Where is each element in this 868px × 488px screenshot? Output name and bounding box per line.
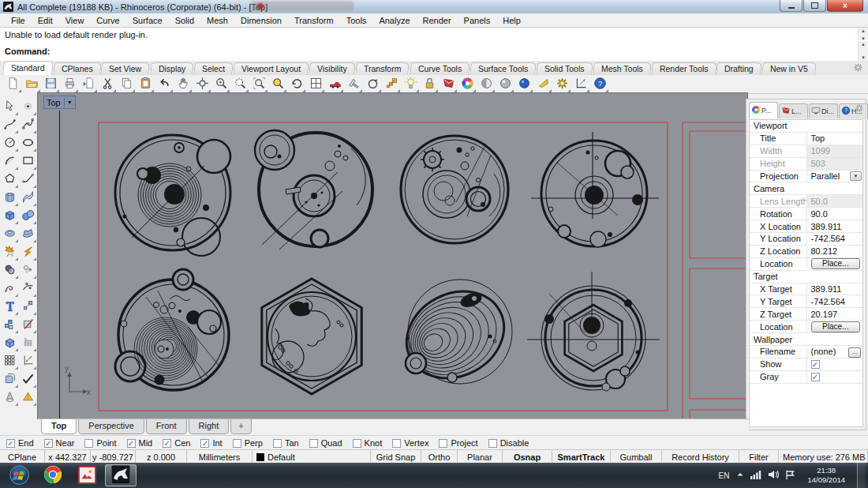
box-button[interactable] — [0, 207, 19, 225]
toolbar-tab-drafting[interactable]: Drafting — [716, 62, 762, 75]
prop-value-text[interactable]: -742.564 — [811, 297, 845, 306]
menu-help[interactable]: Help — [496, 15, 527, 26]
hook-curve-button[interactable] — [0, 280, 19, 298]
menu-edit[interactable]: Edit — [32, 15, 59, 26]
zoom-button[interactable] — [211, 75, 230, 93]
render-shaded-button[interactable] — [496, 75, 514, 93]
toolbar-tab-curve-tools[interactable]: Curve Tools — [410, 62, 470, 75]
language-indicator[interactable]: EN — [719, 471, 730, 480]
toolbar-tab-set-view[interactable]: Set View — [100, 62, 150, 75]
save-button[interactable] — [41, 75, 60, 93]
prop-value-text[interactable]: 90.0 — [811, 209, 828, 219]
status-filter[interactable]: Filter — [739, 450, 779, 464]
named-view-button[interactable] — [344, 75, 363, 93]
design-5[interactable] — [115, 269, 229, 390]
ellipse-button[interactable] — [18, 134, 37, 152]
osnap-end[interactable]: End — [6, 438, 34, 448]
panel-settings-gear-icon[interactable] — [855, 103, 864, 114]
osnap-tan-checkbox[interactable] — [273, 439, 282, 448]
show-desktop-button[interactable] — [857, 463, 865, 488]
toolbar-tab-new-in-v5[interactable]: New in V5 — [761, 62, 817, 75]
paste-button[interactable] — [136, 75, 155, 93]
arc-button[interactable] — [0, 152, 19, 171]
check-button[interactable] — [18, 370, 37, 389]
osnap-tan[interactable]: Tan — [273, 438, 299, 448]
prop-value-title[interactable]: Top — [806, 133, 863, 145]
trim-slash-button[interactable] — [18, 316, 37, 334]
restore-button[interactable] — [803, 0, 826, 12]
lock-button[interactable] — [420, 75, 439, 93]
design-8[interactable] — [527, 272, 660, 391]
osnap-vertex-checkbox[interactable] — [392, 439, 401, 448]
layers-button[interactable] — [0, 370, 19, 389]
scale-button[interactable] — [382, 75, 401, 93]
osnap-int[interactable]: Int — [200, 438, 222, 448]
prop-value-projection[interactable]: Parallel▼ — [806, 171, 863, 182]
new-viewport-tab-button[interactable]: + — [230, 419, 251, 434]
osnap-mid-checkbox[interactable] — [127, 439, 136, 448]
lamp-button[interactable] — [401, 75, 420, 93]
mesh-rows-button[interactable] — [18, 334, 37, 352]
status-smarttrack[interactable]: SmartTrack — [552, 450, 611, 464]
prop-value-gray[interactable] — [806, 371, 863, 383]
prop-value-text[interactable]: 80.212 — [811, 246, 838, 256]
viewport-layout-button[interactable] — [306, 75, 325, 93]
prop-value-z-location[interactable]: 80.212 — [806, 246, 863, 257]
taskbar-picture-manager-button[interactable] — [71, 464, 103, 486]
menu-tools[interactable]: Tools — [340, 15, 373, 26]
toolbar-settings-gear-icon[interactable] — [853, 62, 863, 74]
toolbar-tab-render-tools[interactable]: Render Tools — [651, 62, 716, 75]
flag-button[interactable] — [533, 75, 552, 93]
cone-button[interactable] — [0, 389, 19, 407]
osnap-perp[interactable]: Perp — [233, 438, 263, 448]
viewport-tab-right[interactable]: Right — [189, 419, 230, 434]
status-cplane[interactable]: CPlane — [0, 450, 45, 464]
action-center-icon[interactable] — [785, 470, 795, 482]
polygon-button[interactable] — [0, 171, 19, 189]
zoom-selected-button[interactable] — [268, 75, 287, 93]
toolbar-tab-display[interactable]: Display — [150, 62, 194, 75]
taskbar-rhino-button[interactable] — [105, 464, 137, 486]
menu-dimension[interactable]: Dimension — [234, 15, 288, 26]
design-2[interactable] — [255, 130, 372, 250]
osnap-point-checkbox[interactable] — [84, 439, 93, 448]
place-button[interactable]: Place... — [811, 321, 861, 332]
rhino-render-button[interactable] — [439, 75, 458, 93]
color-wheel-button[interactable] — [458, 75, 477, 93]
prop-value-location[interactable]: Place... — [806, 258, 863, 270]
copy-button[interactable] — [117, 75, 136, 93]
zoom-dynamic-button[interactable] — [230, 75, 249, 93]
move-button[interactable] — [325, 75, 344, 93]
toolbar-tab-cplanes[interactable]: CPlanes — [53, 62, 101, 75]
gray-checkbox[interactable] — [811, 373, 820, 381]
status-record-history[interactable]: Record History — [662, 450, 739, 464]
design-1[interactable] — [115, 135, 230, 256]
toolbar-tab-select[interactable]: Select — [193, 62, 234, 75]
close-button[interactable]: × — [827, 0, 863, 12]
osnap-project-checkbox[interactable] — [439, 439, 447, 448]
design-6[interactable] — [262, 279, 361, 394]
prop-value-text[interactable]: -742.564 — [811, 234, 845, 243]
blocks-button[interactable] — [0, 316, 19, 334]
menu-solid[interactable]: Solid — [169, 15, 200, 26]
explode-button[interactable] — [0, 243, 19, 261]
osnap-quad-checkbox[interactable] — [309, 439, 318, 448]
prop-value-text[interactable]: 389.911 — [811, 222, 842, 231]
torus-button[interactable] — [0, 225, 19, 243]
panel-tab-properties[interactable]: P... — [749, 102, 778, 118]
toolbar-tab-surface-tools[interactable]: Surface Tools — [470, 62, 537, 75]
dimension-tool-button[interactable] — [571, 75, 590, 93]
options-gear-button[interactable] — [552, 75, 571, 93]
prop-value-y-target[interactable]: -742.564 — [806, 295, 863, 307]
prop-value-x-target[interactable]: 389.911 — [806, 283, 863, 295]
show-checkbox[interactable] — [811, 360, 820, 369]
text-button[interactable] — [0, 298, 19, 316]
undo-button[interactable] — [155, 75, 174, 93]
open-file-button[interactable] — [22, 75, 41, 93]
command-line-scrollbar[interactable]: ▲▼ — [858, 41, 868, 61]
fillet-button[interactable] — [18, 243, 37, 261]
osnap-end-checkbox[interactable] — [6, 439, 15, 448]
design-3[interactable] — [401, 136, 508, 243]
prop-value-text[interactable]: 389.911 — [811, 284, 842, 294]
print-button[interactable] — [60, 75, 79, 93]
